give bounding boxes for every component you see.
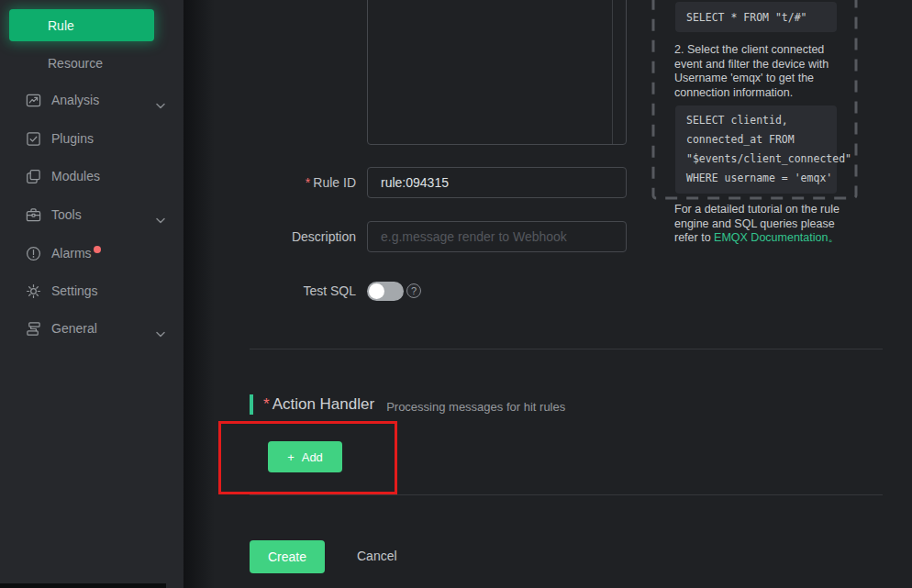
general-icon <box>26 321 41 337</box>
sidebar-item-label: Analysis <box>51 93 99 107</box>
tutorial-paragraph: For a detailed tutorial on the rule engi… <box>674 203 849 246</box>
description-input[interactable] <box>367 221 627 252</box>
sidebar-item-modules[interactable]: Modules <box>0 164 184 188</box>
modules-stack-icon <box>26 169 41 184</box>
sidebar-item-label: General <box>51 321 97 336</box>
analysis-chart-icon <box>26 93 41 108</box>
sql-example-2: SELECT clientid, connected_at FROM "$eve… <box>675 105 837 194</box>
sidebar-item-alarms[interactable]: Alarms <box>0 241 184 265</box>
editor-scrollbar <box>612 0 613 144</box>
plus-icon: + <box>287 450 295 464</box>
sidebar-item-plugins[interactable]: Plugins <box>0 127 184 150</box>
sql-example-2-line: "$events/client_connected" <box>686 150 826 169</box>
required-asterisk: * <box>263 395 270 413</box>
alarm-icon <box>26 246 41 261</box>
sidebar-bottom-bar <box>0 583 166 588</box>
emqx-documentation-link[interactable]: EMQX Documentation。 <box>714 231 840 244</box>
sidebar-item-label: Rule <box>48 18 74 33</box>
footer-divider <box>250 494 883 495</box>
sidebar-item-general[interactable]: General <box>0 316 184 340</box>
help-step-2-text: 2. Select the client connected event and… <box>674 43 841 100</box>
toggle-knob <box>369 283 384 299</box>
create-button[interactable]: Create <box>250 540 325 573</box>
sidebar-item-tools[interactable]: Tools <box>0 203 184 227</box>
sidebar-item-label: Plugins <box>51 131 94 146</box>
sql-example-2-line: SELECT clientid, <box>686 111 826 130</box>
sidebar-item-label: Settings <box>51 283 98 298</box>
rule-id-input[interactable] <box>367 167 627 198</box>
sql-example-1: SELECT * FROM "t/#" <box>675 2 837 32</box>
help-icon[interactable]: ? <box>406 283 421 298</box>
sidebar-item-label: Alarms <box>51 246 92 261</box>
sidebar-item-analysis[interactable]: Analysis <box>0 88 184 112</box>
test-sql-toggle[interactable] <box>367 282 404 301</box>
sql-example-2-line: connected_at FROM <box>686 130 826 150</box>
description-label: Description <box>250 229 356 244</box>
sidebar-item-label: Tools <box>51 207 82 222</box>
sidebar-item-label: Modules <box>51 169 100 183</box>
action-handler-subtitle: Processing messages for hit rules <box>386 400 565 414</box>
required-asterisk: * <box>306 175 310 190</box>
sql-example-2-line: WHERE username = 'emqx' <box>686 169 826 188</box>
sidebar-item-label: Resource <box>48 56 103 71</box>
add-action-button[interactable]: + Add <box>268 441 342 472</box>
alarm-badge-dot <box>94 246 101 253</box>
tools-briefcase-icon <box>26 207 41 223</box>
section-divider <box>250 349 883 349</box>
test-sql-label: Test SQL <box>250 283 356 298</box>
action-handler-title: *Action Handler <box>263 395 374 414</box>
section-accent-bar <box>250 394 253 415</box>
chevron-down-icon <box>156 326 165 340</box>
sidebar-shadow <box>184 0 215 588</box>
sql-editor[interactable] <box>367 0 627 145</box>
plugins-check-icon <box>26 131 41 147</box>
gear-icon <box>26 283 41 299</box>
action-handler-header: *Action Handler Processing messages for … <box>250 394 565 415</box>
sidebar-item-resource[interactable]: Resource <box>0 51 184 75</box>
chevron-down-icon <box>156 212 165 227</box>
chevron-down-icon <box>156 97 165 112</box>
sidebar-item-rule[interactable]: Rule <box>9 9 154 41</box>
sidebar-item-settings[interactable]: Settings <box>0 279 184 303</box>
sidebar: Rule Resource Analysis Plugins Modules T… <box>0 0 184 588</box>
add-button-label: Add <box>302 450 323 464</box>
cancel-button[interactable]: Cancel <box>357 549 397 563</box>
rule-id-label: *Rule ID <box>250 175 356 190</box>
